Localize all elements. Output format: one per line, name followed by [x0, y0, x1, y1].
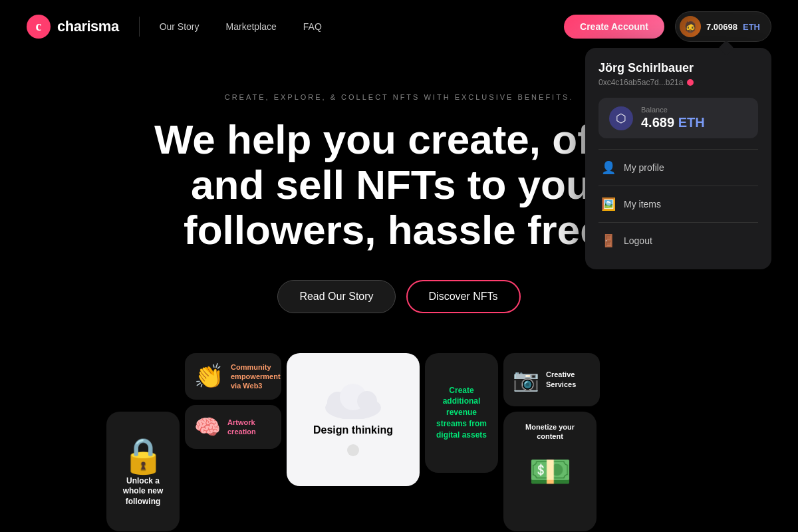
- user-dropdown: Jörg Schirlbauer 0xc4c16ab5ac7d...b21a ⬡…: [585, 48, 771, 269]
- profile-icon: 👤: [601, 160, 616, 175]
- card-monetize-title: Monetize your content: [511, 422, 589, 442]
- card-right-stack: 📷 Creative Services Monetize your conten…: [503, 353, 600, 531]
- read-story-button[interactable]: Read Our Story: [277, 280, 395, 313]
- card-artwork: 🧠 Artwork creation: [185, 405, 281, 449]
- wallet-button[interactable]: 🧔 7.00698 ETH: [675, 11, 771, 42]
- cards-section: 🔒 Unlock a whole new following 👏 Communi…: [0, 340, 798, 531]
- hero-buttons: Read Our Story Discover NFTs: [27, 280, 771, 313]
- my-profile-item[interactable]: 👤 My profile: [598, 152, 758, 183]
- creative-icon: 📷: [513, 367, 539, 392]
- design-ball: [347, 444, 359, 456]
- logo[interactable]: c charisma: [27, 15, 119, 39]
- dropdown-address: 0xc4c16ab5ac7d...b21a: [598, 78, 758, 87]
- my-items-item[interactable]: 🖼️ My items: [598, 189, 758, 219]
- logout-item[interactable]: 🚪 Logout: [598, 225, 758, 256]
- nav-link-marketplace[interactable]: Marketplace: [226, 21, 277, 33]
- card-creative: 📷 Creative Services: [503, 353, 600, 406]
- logo-text: charisma: [57, 18, 119, 35]
- balance-info: Balance 4.689 ETH: [641, 106, 705, 130]
- nav-right: Create Account 🧔 7.00698 ETH: [564, 11, 771, 42]
- money-icon: 💵: [529, 452, 572, 492]
- navbar: c charisma Our Story Marketplace FAQ Cre…: [0, 0, 798, 53]
- discover-nfts-button[interactable]: Discover NFTs: [406, 280, 521, 313]
- wallet-currency: ETH: [743, 22, 760, 32]
- card-lock: 🔒 Unlock a whole new following: [106, 412, 180, 531]
- divider-3: [598, 222, 758, 223]
- card-revenue-text: Create additional revenue streams from d…: [433, 385, 490, 441]
- address-dot: [687, 79, 694, 86]
- nav-links: Our Story Marketplace FAQ: [160, 21, 322, 33]
- svg-point-5: [357, 391, 377, 411]
- card-design: Design thinking: [287, 353, 420, 486]
- balance-label: Balance: [641, 106, 705, 114]
- card-creative-text: Creative Services: [546, 370, 591, 389]
- nav-link-faq[interactable]: FAQ: [303, 21, 322, 33]
- nav-link-our-story[interactable]: Our Story: [160, 21, 200, 33]
- divider-1: [598, 149, 758, 150]
- card-lock-text: Unlock a whole new following: [114, 476, 172, 507]
- card-community-text: Community empowerment via Web3: [231, 362, 281, 391]
- cloud-icon: [323, 382, 383, 419]
- avatar: 🧔: [680, 16, 701, 37]
- artwork-icon: 🧠: [194, 414, 221, 440]
- balance-box: ⬡ Balance 4.689 ETH: [598, 98, 758, 138]
- svg-text:c: c: [36, 19, 42, 33]
- nav-divider: [139, 17, 140, 37]
- card-stack: 👏 Community empowerment via Web3 🧠 Artwo…: [185, 353, 281, 450]
- dropdown-user-name: Jörg Schirlbauer: [598, 61, 758, 75]
- divider-2: [598, 186, 758, 186]
- items-icon: 🖼️: [601, 197, 616, 211]
- card-monetize: Monetize your content 💵: [503, 412, 597, 531]
- create-account-button[interactable]: Create Account: [564, 15, 664, 39]
- card-artwork-text: Artwork creation: [227, 418, 272, 437]
- wallet-balance: 7.00698: [706, 22, 737, 32]
- logout-icon: 🚪: [601, 233, 616, 248]
- logo-icon: c: [27, 15, 51, 39]
- design-thinking-text: Design thinking: [313, 424, 393, 436]
- card-community: 👏 Community empowerment via Web3: [185, 353, 281, 400]
- community-icon: 👏: [194, 362, 224, 390]
- lock-icon: 🔒: [122, 436, 165, 476]
- balance-amount: 4.689 ETH: [641, 115, 705, 130]
- eth-circle-icon: ⬡: [609, 106, 633, 130]
- card-revenue: Create additional revenue streams from d…: [425, 353, 498, 473]
